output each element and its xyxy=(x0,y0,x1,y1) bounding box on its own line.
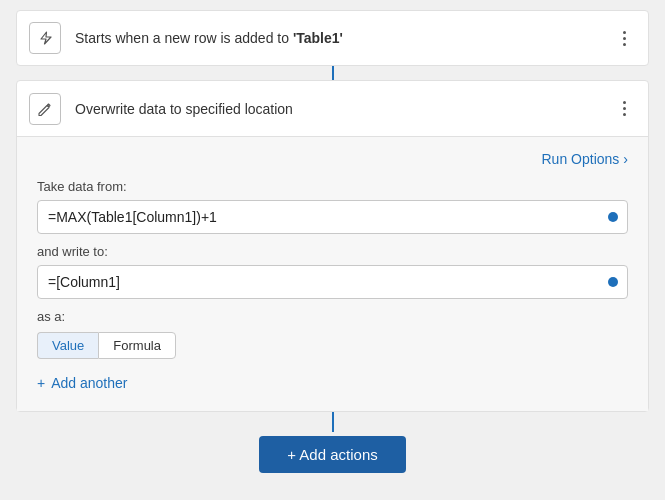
trigger-menu-button[interactable] xyxy=(612,26,636,50)
main-container: Starts when a new row is added to 'Table… xyxy=(0,0,665,500)
take-data-dot xyxy=(608,212,618,222)
plus-icon: + xyxy=(37,375,45,391)
action-three-dots-icon xyxy=(623,101,626,116)
take-data-input-wrap xyxy=(37,200,628,234)
connector-line-bottom xyxy=(332,412,334,432)
run-options-label: Run Options xyxy=(542,151,620,167)
write-to-input[interactable] xyxy=(37,265,628,299)
trigger-description: Starts when a new row is added to 'Table… xyxy=(75,30,612,46)
run-options-link[interactable]: Run Options › xyxy=(542,151,629,167)
take-data-input[interactable] xyxy=(37,200,628,234)
formula-toggle[interactable]: Formula xyxy=(98,332,176,359)
add-another-button[interactable]: + Add another xyxy=(37,375,628,391)
take-data-label: Take data from: xyxy=(37,179,628,194)
form-area: Run Options › Take data from: and write … xyxy=(17,137,648,411)
add-actions-button[interactable]: + Add actions xyxy=(259,436,405,473)
chevron-right-icon: › xyxy=(623,151,628,167)
action-description: Overwrite data to specified location xyxy=(75,101,612,117)
trigger-icon xyxy=(29,22,61,54)
toggle-group: Value Formula xyxy=(37,332,628,359)
value-toggle[interactable]: Value xyxy=(37,332,98,359)
action-card: Overwrite data to specified location Run… xyxy=(16,80,649,412)
connector-line-top xyxy=(332,66,334,80)
action-icon xyxy=(29,93,61,125)
action-card-header: Overwrite data to specified location xyxy=(17,81,648,137)
write-to-label: and write to: xyxy=(37,244,628,259)
trigger-card: Starts when a new row is added to 'Table… xyxy=(16,10,649,66)
connector-bottom xyxy=(0,412,665,432)
add-actions-wrap: + Add actions xyxy=(0,432,665,500)
write-to-dot xyxy=(608,277,618,287)
connector-top xyxy=(0,66,665,80)
add-another-label: Add another xyxy=(51,375,127,391)
run-options-row: Run Options › xyxy=(37,151,628,167)
three-dots-icon xyxy=(623,31,626,46)
as-a-label: as a: xyxy=(37,309,628,324)
write-to-input-wrap xyxy=(37,265,628,299)
action-menu-button[interactable] xyxy=(612,97,636,121)
